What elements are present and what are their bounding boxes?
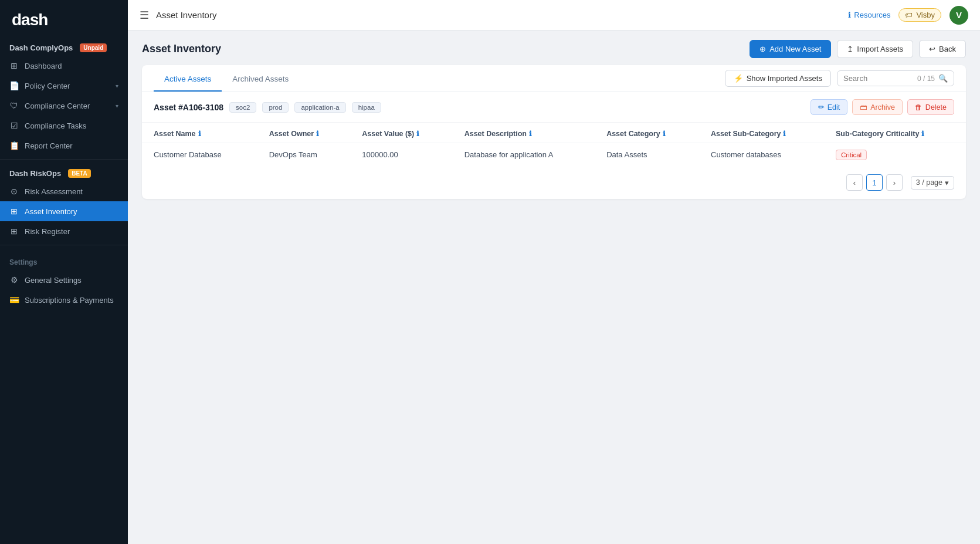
col-category-info-icon[interactable]: ℹ: [663, 130, 666, 138]
filter-icon: ⚡: [734, 74, 743, 83]
current-page[interactable]: 1: [866, 174, 883, 191]
sidebar: dash Dash ComplyOps Unpaid ⊞ Dashboard 📄…: [0, 0, 128, 544]
archive-button[interactable]: 🗃 Archive: [852, 99, 903, 115]
col-subcategory-header: Asset Sub-Category ℹ: [699, 123, 824, 143]
tag-hipaa: hipaa: [352, 102, 381, 113]
page-actions: ⊕ Add New Asset ↥ Import Assets ↩ Back: [750, 40, 966, 58]
filter-label: Show Imported Assets: [747, 74, 822, 83]
col-name-header: Asset Name ℹ: [142, 123, 257, 143]
add-button-label: Add New Asset: [769, 45, 821, 53]
beta-badge: BETA: [68, 169, 90, 178]
col-description-label: Asset Description: [464, 130, 527, 138]
search-count: 0 / 15: [917, 75, 935, 83]
archive-icon: 🗃: [860, 103, 867, 111]
sidebar-item-label: Risk Assessment: [25, 187, 83, 196]
cell-value: 100000.00: [350, 143, 452, 167]
shield-icon: 🛡: [9, 101, 19, 110]
sidebar-item-risk-register[interactable]: ⊞ Risk Register: [0, 221, 128, 241]
show-imported-assets-button[interactable]: ⚡ Show Imported Assets: [725, 70, 831, 87]
col-criticality-header: Sub-Category Criticality ℹ: [824, 123, 966, 143]
col-criticality-label: Sub-Category Criticality: [836, 130, 919, 138]
back-button-label: Back: [939, 45, 956, 53]
col-criticality-info-icon[interactable]: ℹ: [921, 130, 924, 138]
chevron-down-icon: ▾: [116, 83, 118, 89]
tab-archived-assets[interactable]: Archived Assets: [222, 66, 299, 92]
sidebar-item-risk-assessment[interactable]: ⊙ Risk Assessment: [0, 181, 128, 201]
col-name-label: Asset Name: [154, 130, 196, 138]
sidebar-item-general-settings[interactable]: ⚙ General Settings: [0, 270, 128, 290]
delete-label: Delete: [925, 103, 947, 111]
sidebar-item-policy-center[interactable]: 📄 Policy Center ▾: [0, 76, 128, 96]
tabs-right: ⚡ Show Imported Assets 0 / 15 🔍: [725, 65, 954, 92]
delete-icon: 🗑: [915, 103, 923, 111]
comply-section-title: Dash ComplyOps: [9, 43, 73, 52]
sidebar-item-label: Compliance Center: [25, 102, 90, 110]
next-page-button[interactable]: ›: [886, 174, 903, 191]
col-name-info-icon[interactable]: ℹ: [198, 130, 201, 138]
sidebar-item-label: Subscriptions & Payments: [25, 296, 114, 305]
col-owner-info-icon[interactable]: ℹ: [316, 130, 319, 138]
main-content: ☰ Asset Inventory ℹ Resources 🏷 Visby V …: [128, 0, 980, 544]
per-page-chevron: ▾: [945, 178, 949, 187]
table-row: Customer Database DevOps Team 100000.00 …: [142, 143, 966, 167]
search-input[interactable]: [843, 74, 914, 83]
col-subcategory-info-icon[interactable]: ℹ: [783, 130, 786, 138]
col-value-label: Asset Value ($): [362, 130, 414, 138]
delete-button[interactable]: 🗑 Delete: [907, 99, 954, 115]
tag-prod: prod: [262, 102, 289, 113]
sidebar-divider-2: [0, 245, 128, 245]
add-new-asset-button[interactable]: ⊕ Add New Asset: [750, 40, 831, 58]
back-icon: ↩: [929, 45, 935, 53]
per-page-selector[interactable]: 3 / page ▾: [911, 176, 954, 190]
back-button[interactable]: ↩ Back: [919, 40, 966, 58]
search-icon[interactable]: 🔍: [938, 74, 948, 83]
chevron-down-icon: ▾: [116, 103, 118, 109]
dashboard-icon: ⊞: [9, 61, 19, 70]
sidebar-item-label: General Settings: [25, 276, 82, 285]
menu-icon[interactable]: ☰: [140, 9, 149, 22]
cell-category: Data Assets: [595, 143, 699, 167]
comply-section-header: Dash ComplyOps Unpaid: [0, 38, 128, 56]
asset-row-header: Asset #A106-3108 soc2 prod application-a…: [142, 92, 966, 123]
app-logo: dash: [0, 0, 128, 38]
tab-active-assets[interactable]: Active Assets: [154, 66, 222, 92]
user-tag-icon: 🏷: [905, 11, 913, 19]
resources-button[interactable]: ℹ Resources: [848, 11, 890, 19]
edit-icon: ✏: [818, 103, 825, 111]
cell-description: Database for application A: [453, 143, 595, 167]
tag-soc2: soc2: [229, 102, 256, 113]
sidebar-item-asset-inventory[interactable]: ⊞ Asset Inventory: [0, 201, 128, 221]
col-value-header: Asset Value ($) ℹ: [350, 123, 452, 143]
asset-card: Active Assets Archived Assets ⚡ Show Imp…: [142, 65, 966, 199]
topbar-title: Asset Inventory: [156, 10, 216, 20]
info-icon: ℹ: [848, 11, 851, 19]
plus-icon: ⊕: [759, 45, 766, 53]
gear-icon: ⚙: [9, 275, 19, 285]
col-category-header: Asset Category ℹ: [595, 123, 699, 143]
content-area: Asset Inventory ⊕ Add New Asset ↥ Import…: [128, 31, 980, 544]
col-subcategory-label: Asset Sub-Category: [711, 130, 781, 138]
user-name: Visby: [916, 11, 935, 19]
cell-criticality: Critical: [824, 143, 966, 167]
sidebar-divider: [0, 159, 128, 160]
tabs-bar: Active Assets Archived Assets ⚡ Show Imp…: [142, 65, 966, 92]
edit-button[interactable]: ✏ Edit: [811, 99, 848, 115]
sidebar-item-compliance-center[interactable]: 🛡 Compliance Center ▾: [0, 96, 128, 116]
avatar[interactable]: V: [950, 6, 968, 25]
archive-label: Archive: [870, 103, 895, 111]
asset-actions: ✏ Edit 🗃 Archive 🗑 Delete: [811, 99, 954, 115]
user-menu[interactable]: 🏷 Visby: [898, 8, 941, 22]
sidebar-item-report-center[interactable]: 📋 Report Center: [0, 136, 128, 156]
sidebar-item-dashboard[interactable]: ⊞ Dashboard: [0, 56, 128, 76]
prev-page-button[interactable]: ‹: [846, 174, 863, 191]
unpaid-badge: Unpaid: [80, 43, 107, 52]
import-assets-button[interactable]: ↥ Import Assets: [837, 40, 913, 58]
col-description-info-icon[interactable]: ℹ: [529, 130, 532, 138]
sidebar-item-label: Policy Center: [25, 82, 70, 90]
sidebar-item-compliance-tasks[interactable]: ☑ Compliance Tasks: [0, 116, 128, 136]
riskops-section-header: Dash RiskOps BETA: [0, 163, 128, 181]
asset-inventory-icon: ⊞: [9, 207, 19, 216]
col-value-info-icon[interactable]: ℹ: [416, 130, 419, 138]
asset-table: Asset Name ℹ Asset Owner ℹ: [142, 123, 966, 166]
sidebar-item-subscriptions[interactable]: 💳 Subscriptions & Payments: [0, 290, 128, 310]
